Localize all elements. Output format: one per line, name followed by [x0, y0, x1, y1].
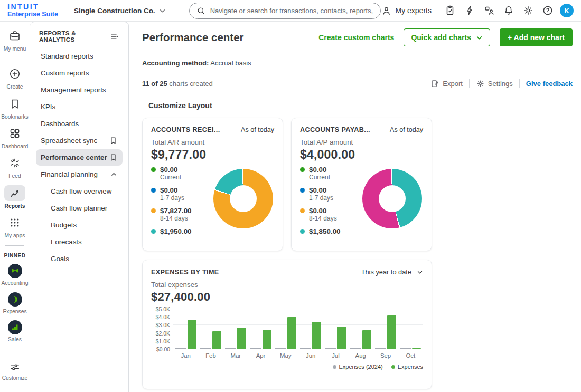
sliders-icon — [9, 361, 21, 373]
pinned-app-expenses[interactable]: Expenses — [2, 292, 27, 314]
rail-item-my-menu[interactable]: My menu — [2, 28, 27, 52]
subnav-item-kpis[interactable]: KPIs — [36, 99, 123, 115]
accounting-method-value: Accrual basis — [210, 59, 251, 67]
header-actions: Create custom charts Quick add charts + … — [318, 28, 573, 46]
legend-item: $0.008-14 days — [300, 207, 362, 223]
settings-button[interactable]: Settings — [476, 79, 513, 88]
global-search[interactable] — [189, 3, 381, 19]
x-axis: JanFebMarAprMayJunJulAugSepOct — [173, 352, 423, 359]
subnav-item-spreadsheet-sync[interactable]: Spreadsheet sync — [36, 132, 123, 149]
total-amount: $4,000.00 — [300, 148, 423, 162]
subnav-item-dashboards[interactable]: Dashboards — [36, 116, 123, 132]
create-custom-charts-link[interactable]: Create custom charts — [318, 33, 394, 42]
community-button[interactable] — [482, 3, 496, 18]
customize-label: Customize — [2, 375, 28, 381]
accounting-app-icon — [8, 264, 22, 278]
bar-expenses[interactable] — [188, 320, 196, 349]
give-feedback-link[interactable]: Give feedback — [526, 80, 573, 88]
subnav-subitem-budgets[interactable]: Budgets — [36, 217, 123, 233]
charts-created-suffix: charts created — [169, 80, 212, 88]
settings-gear-icon — [522, 5, 534, 16]
settings-gear-button[interactable] — [521, 3, 536, 18]
legend-label: Current — [309, 174, 330, 182]
pinned-app-sales[interactable]: Sales — [2, 320, 27, 342]
customize-button[interactable]: Customize — [2, 361, 27, 381]
notifications-bell-button[interactable] — [501, 3, 516, 18]
my-experts-button[interactable]: My experts — [381, 5, 432, 16]
rail-item-create[interactable]: Create — [2, 66, 27, 90]
legend-series-name: Expenses — [398, 364, 423, 370]
export-button[interactable]: Export — [430, 79, 463, 88]
subnav-item-standard-reports[interactable]: Standard reports — [36, 48, 123, 64]
bar-chart: $5.0K$4.0K$3.0K$2.0K$1.0K$0.00 — [151, 309, 423, 349]
y-axis: $5.0K$4.0K$3.0K$2.0K$1.0K$0.00 — [151, 309, 173, 349]
intuit-logo[interactable]: INTUIT Enterprise Suite — [7, 3, 58, 18]
card-title: EXPENSES BY TIME — [151, 269, 219, 276]
help-button[interactable] — [540, 3, 555, 18]
rail-item-reports[interactable]: Reports — [2, 185, 27, 209]
page-header: Performance center Create custom charts … — [142, 28, 573, 46]
subnav-item-management-reports[interactable]: Management reports — [36, 82, 123, 98]
subnav-item-label: Dashboards — [41, 120, 79, 128]
subnav-item-label: Custom reports — [41, 69, 89, 77]
bar-expenses[interactable] — [312, 322, 321, 349]
chevron-down-icon — [417, 269, 423, 275]
subnav-subitem-forecasts[interactable]: Forecasts — [36, 234, 123, 250]
user-avatar[interactable]: K — [560, 4, 574, 17]
subnav-subitem-label: Forecasts — [51, 238, 82, 246]
rail-item-my-apps[interactable]: My apps — [2, 215, 27, 238]
separator — [469, 79, 470, 88]
subnav-item-label: Management reports — [41, 86, 106, 94]
search-icon — [196, 6, 205, 15]
legend-label: 8-14 days — [160, 215, 192, 223]
logo-line-2: Enterprise Suite — [7, 11, 58, 18]
pinned-app-accounting[interactable]: Accounting — [2, 264, 27, 286]
settings-gear-icon — [476, 79, 485, 88]
company-switcher[interactable]: Single Construction Co. — [74, 7, 166, 15]
legend-amount: $0.00 — [160, 166, 181, 174]
accounts-payable-card: ACCOUNTS PAYAB... As of today Total A/P … — [291, 118, 432, 251]
reports-chart-icon — [8, 187, 21, 199]
subnav-item-custom-reports[interactable]: Custom reports — [36, 65, 123, 81]
bar-expenses[interactable] — [212, 331, 221, 349]
lightning-button[interactable] — [462, 3, 477, 18]
topbar-actions: My experts K — [381, 3, 574, 18]
ar-donut-chart[interactable] — [213, 169, 273, 228]
chart-legend-item: Expenses (2024) — [333, 364, 383, 370]
subnav-subitem-cash-flow-overview[interactable]: Cash flow overview — [36, 183, 123, 199]
search-input[interactable] — [210, 7, 373, 15]
period-selector[interactable]: This year to date — [361, 268, 423, 276]
subnav-item-financial-planning[interactable]: Financial planning — [36, 166, 123, 183]
bar-expenses[interactable] — [412, 348, 421, 349]
rail-item-bookmarks[interactable]: Bookmarks — [2, 96, 27, 120]
bar-expenses[interactable] — [263, 330, 271, 349]
quick-add-charts-button[interactable]: Quick add charts — [404, 28, 490, 46]
legend-item: $7,827.008-14 days — [151, 207, 213, 223]
legend-label: 8-14 days — [309, 215, 337, 223]
bar-expenses[interactable] — [387, 315, 396, 349]
legend-label: 1-7 days — [160, 194, 184, 203]
ap-donut-chart[interactable] — [362, 169, 422, 228]
bar-expenses[interactable] — [362, 330, 371, 349]
legend-series-name: Expenses (2024) — [339, 364, 383, 370]
bar-expenses[interactable] — [237, 328, 246, 349]
bar-prior-year — [250, 348, 261, 349]
collapse-panel-icon[interactable] — [110, 32, 119, 41]
add-new-chart-button[interactable]: + Add new chart — [500, 28, 573, 46]
legend-item: $1,850.00 — [300, 227, 362, 235]
subnav-item-performance-center[interactable]: Performance center — [36, 149, 123, 166]
subnav-item-label: Standard reports — [41, 52, 93, 60]
clipboard-check-button[interactable] — [443, 3, 457, 18]
bar-expenses[interactable] — [287, 317, 296, 349]
bar-expenses[interactable] — [337, 327, 346, 349]
donut-legend: $0.00Current$0.001-7 days$7,827.008-14 d… — [151, 166, 213, 235]
subnav-subitem-goals[interactable]: Goals — [36, 251, 123, 267]
export-icon — [430, 79, 439, 88]
subnav-subitem-cash-flow-planner[interactable]: Cash flow planner — [36, 200, 123, 216]
rail-item-dashboard[interactable]: Dashboard — [2, 126, 27, 149]
charts-created-count: 11 of 25 — [142, 80, 167, 88]
charts-count-row: 11 of 25 charts created Export Settings … — [142, 72, 573, 88]
customize-layout-label[interactable]: Customize Layout — [142, 101, 573, 110]
rail-item-feed[interactable]: Feed — [2, 155, 27, 179]
logo-line-1: INTUIT — [7, 3, 58, 11]
